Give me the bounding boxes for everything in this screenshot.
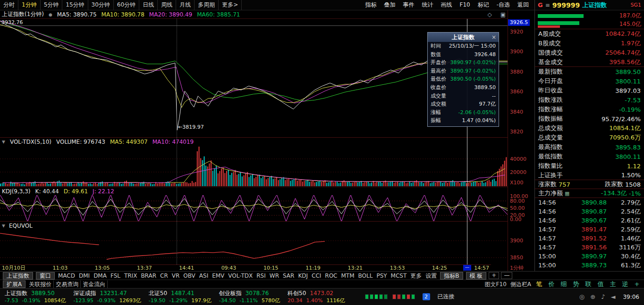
period-tab-多周期[interactable]: 多周期 [195, 0, 219, 10]
period-tab-日线[interactable]: 日线 [139, 0, 158, 10]
tab-关联报价[interactable]: 关联报价 [27, 280, 54, 288]
indicator-TRIX[interactable]: TRIX [122, 272, 139, 280]
indicator-VOL-TDX[interactable]: VOL-TDX [226, 272, 254, 280]
tick-row[interactable]: 14:563890.882.79亿 [535, 198, 644, 207]
indicator-DMI[interactable]: DMI [77, 272, 92, 280]
sidebar-tab-主[interactable]: 主 [610, 280, 616, 289]
indicator-CR[interactable]: CR [158, 272, 170, 280]
menu-返回[interactable]: 返回 [514, 0, 533, 10]
indicator-KDJ[interactable]: KDJ [296, 272, 310, 280]
period-tab-周线[interactable]: 周线 [158, 0, 176, 10]
volume-chart[interactable] [0, 146, 508, 187]
indicator-MTM[interactable]: MTM [339, 272, 356, 280]
metric-row: 总成交额10854.1亿 [535, 124, 644, 133]
mini-chart-icon[interactable]: ▦ [565, 190, 569, 197]
period-tab-分时[interactable]: 分时 [0, 0, 18, 10]
connection-count-badge[interactable]: 2 [423, 293, 430, 300]
extend-a-tab[interactable]: 扩展A [3, 280, 25, 288]
menu-指标[interactable]: 指标 [361, 0, 380, 10]
sidebar-tab-+[interactable]: + [635, 280, 640, 288]
remove-panel-button[interactable]: — [501, 272, 512, 279]
period-tab-月线[interactable]: 月线 [176, 0, 195, 10]
network-icon[interactable]: ◎ [579, 293, 585, 300]
sidebar-tab-值[interactable]: 值 [598, 280, 604, 289]
menu-画线[interactable]: 画线 [437, 0, 456, 10]
alert-sound-icon[interactable]: ♪ [601, 293, 605, 300]
menu-F10[interactable]: F10 [456, 0, 474, 10]
sidebar-tab-联[interactable]: 联 [585, 280, 592, 289]
sidebar-tab-价[interactable]: 价 [549, 280, 555, 289]
indicator-BOLL[interactable]: BOLL [356, 272, 375, 280]
indicator-MCST[interactable]: MCST [389, 272, 409, 280]
equvol-chart[interactable] [0, 230, 508, 264]
indicator-RSI[interactable]: RSI [254, 272, 268, 280]
index-summary-深证成指[interactable]: 深证成指13231.47-123.95-0.93%12693亿 [73, 289, 141, 305]
quick-add-icon[interactable]: ⊕ [590, 293, 595, 300]
menu-事件[interactable]: 事件 [399, 0, 418, 10]
collapse-arrow-icon[interactable]: ▼ [2, 140, 5, 144]
indicator-VR[interactable]: VR [170, 272, 182, 280]
index-summary-创业板指[interactable]: 创业板指3078.76-34.50-1.11%5780亿 [219, 289, 280, 305]
indicator-MACD[interactable]: MACD [56, 272, 77, 280]
index-summary-科创50[interactable]: 科创501473.0220.341.40%1116亿 [288, 289, 345, 305]
indicator-ROC[interactable]: ROC [323, 272, 339, 280]
graphic-f10-button[interactable]: 图文F10 [483, 280, 508, 288]
sidebar-tab-逆[interactable]: 逆 [622, 280, 628, 289]
panel-toggle-icon[interactable]: ▣ [499, 11, 508, 18]
menu--自选[interactable]: -自选 [493, 0, 514, 10]
indicator-WR[interactable]: WR [268, 272, 281, 280]
tick-row[interactable]: 14:563890.872.54亿 [535, 207, 644, 216]
tick-row[interactable]: 15:003889.7361.3亿 [535, 261, 644, 270]
g-flag[interactable]: G [538, 1, 543, 8]
menu-叠加[interactable]: 叠加 [380, 0, 399, 10]
tab-交易查询[interactable]: 交易查询 [54, 280, 81, 288]
indicator-tab-bar: 上证指数窗口MACDDMIDMAFSLTRIXBRARCRVROBVASIEMV… [0, 271, 644, 280]
indicator-DMA[interactable]: DMA [92, 272, 109, 280]
kdj-chart[interactable] [0, 195, 508, 221]
tab-资金流向[interactable]: 资金流向 [81, 280, 108, 288]
indicator-CCI[interactable]: CCI [310, 272, 323, 280]
period-tab-30分钟[interactable]: 30分钟 [88, 0, 114, 10]
period-tab-15分钟[interactable]: 15分钟 [62, 0, 88, 10]
index-summary-北证50[interactable]: 北证501487.41-19.50-1.29%197.9亿 [149, 289, 212, 305]
indicator-ASI[interactable]: ASI [197, 272, 210, 280]
hamburger-icon[interactable]: ≡ [545, 2, 550, 8]
tick-row[interactable]: 15:003890.9730.4亿 [535, 252, 644, 261]
indicator-EMV[interactable]: EMV [210, 272, 226, 280]
template-tab[interactable]: 模 板 [466, 272, 487, 280]
indicator-FSL[interactable]: FSL [109, 272, 122, 280]
close-icon[interactable]: × [491, 33, 496, 42]
period-tab-60分钟[interactable]: 60分钟 [114, 0, 139, 10]
indicator-PSY[interactable]: PSY [374, 272, 389, 280]
menu-标记[interactable]: 标记 [474, 0, 493, 10]
indicator-b-tab[interactable]: 指标B [440, 272, 463, 280]
tick-row[interactable]: 14:573891.472.59亿 [535, 225, 644, 234]
indicator-OBV[interactable]: OBV [181, 272, 197, 280]
popup-title-bar[interactable]: 上证指数 × [428, 33, 499, 42]
tick-list[interactable]: 14:563890.882.79亿14:563890.872.54亿14:563… [535, 198, 644, 280]
speaker-icon[interactable]: ◄ [610, 293, 615, 300]
diamond-icon[interactable]: ◇ [485, 11, 493, 18]
indicator-BRAR[interactable]: BRAR [139, 272, 158, 280]
sidebar-tab-笔[interactable]: 笔 [536, 280, 542, 289]
chart-tab-上证指数[interactable]: 上证指数 [3, 272, 33, 280]
period-tab-5分钟[interactable]: 5分钟 [41, 0, 63, 10]
menu-统计[interactable]: 统计 [418, 0, 437, 10]
tick-row[interactable]: 14:563890.672.61亿 [535, 216, 644, 225]
settings-button[interactable]: 设置 [424, 272, 439, 280]
info-dot-icon[interactable]: ● [49, 12, 52, 17]
period-tab-1分钟[interactable]: 1分钟 [18, 0, 41, 10]
sidebar-a-button[interactable]: 侧边栏A [508, 280, 533, 288]
sidebar-tab-势[interactable]: 势 [573, 280, 579, 289]
indicator-SAR[interactable]: SAR [281, 272, 296, 280]
period-tab-更多>[interactable]: 更多> [219, 0, 242, 10]
tick-row[interactable]: 14:573891.563116万 [535, 243, 644, 252]
chart-tab-窗口[interactable]: 窗口 [36, 272, 55, 280]
add-panel-button[interactable]: + [489, 272, 499, 279]
sidebar-tab-细[interactable]: 细 [561, 280, 567, 289]
indicator-更多[interactable]: 更多 [408, 272, 424, 280]
metric-label: 昨日收盘 [538, 86, 563, 95]
index-summary-上证指数[interactable]: 上证指数3889.50-7.53-0.19%10854亿 [5, 289, 66, 305]
collapse-arrow-icon[interactable]: ▼ [2, 223, 5, 228]
tick-row[interactable]: 14:573891.521.46亿 [535, 234, 644, 243]
